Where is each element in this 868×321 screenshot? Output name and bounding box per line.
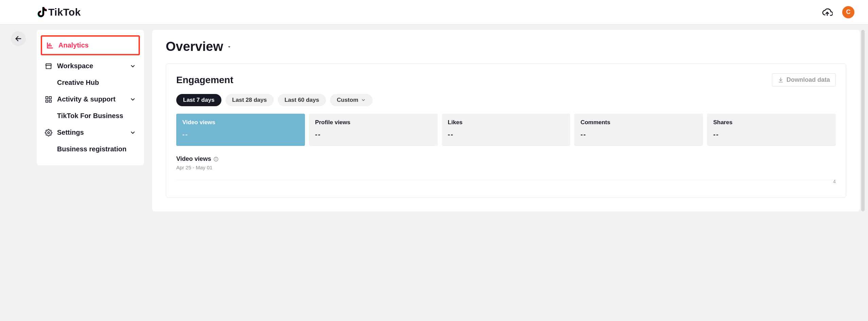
sidebar-label-business-registration: Business registration (57, 145, 127, 153)
scrollbar[interactable] (861, 30, 865, 211)
avatar-initial: C (846, 8, 851, 16)
chevron-down-icon (361, 98, 366, 102)
sidebar-item-settings[interactable]: Settings (41, 124, 140, 141)
cloud-upload-icon[interactable] (822, 7, 833, 18)
metric-tiles: Video views -- Profile views -- Likes --… (176, 114, 836, 146)
page-title: Overview (166, 39, 223, 54)
download-label: Download data (786, 76, 830, 83)
sidebar-item-activity-support[interactable]: Activity & support (41, 91, 140, 108)
selected-metric-label: Video views (176, 155, 211, 163)
metric-likes[interactable]: Likes -- (442, 114, 571, 146)
engagement-title: Engagement (176, 75, 233, 86)
sidebar-label-tiktok-for-business: TikTok For Business (57, 112, 123, 119)
metric-label: Likes (448, 119, 564, 126)
grid-icon (45, 96, 52, 103)
sidebar-label-workspace: Workspace (57, 62, 93, 70)
info-icon[interactable] (213, 156, 219, 162)
svg-rect-3 (46, 100, 48, 102)
chart-icon (46, 42, 54, 49)
back-button[interactable] (11, 31, 26, 46)
back-column (0, 30, 37, 46)
sidebar-label-creative-hub: Creative Hub (57, 79, 99, 86)
arrow-left-icon (15, 35, 22, 42)
chevron-down-icon (130, 63, 136, 69)
brand-logo[interactable]: TikTok (37, 6, 81, 18)
svg-rect-4 (49, 100, 51, 102)
metric-value: -- (448, 131, 564, 138)
svg-point-9 (216, 158, 216, 158)
svg-rect-1 (46, 96, 48, 98)
range-last-60-days[interactable]: Last 60 days (278, 94, 326, 106)
metric-value: -- (315, 131, 432, 138)
chevron-down-icon (130, 96, 136, 102)
chart-area: 4 (176, 180, 836, 188)
download-icon (778, 77, 784, 83)
range-custom[interactable]: Custom (330, 94, 373, 106)
gear-icon (45, 129, 52, 136)
range-last-7-days[interactable]: Last 7 days (176, 94, 221, 106)
topbar-right: C (822, 6, 854, 18)
sidebar-item-workspace[interactable]: Workspace (41, 57, 140, 75)
avatar[interactable]: C (842, 6, 854, 18)
main-content: Overview Engagement Download data (152, 30, 860, 211)
date-range-label: Apr 25 - May 01 (176, 165, 836, 170)
selected-metric-heading: Video views (176, 155, 836, 163)
top-bar: TikTok C (0, 0, 868, 24)
metric-shares[interactable]: Shares -- (707, 114, 836, 146)
storefront-icon (45, 62, 52, 70)
tiktok-logo-icon (37, 6, 47, 18)
sidebar-sub-business-registration[interactable]: Business registration (41, 141, 140, 157)
sidebar-sub-tiktok-for-business[interactable]: TikTok For Business (41, 108, 140, 124)
metric-value: -- (713, 131, 830, 138)
metric-value: -- (182, 131, 299, 138)
metric-value: -- (580, 131, 697, 138)
range-last-28-days[interactable]: Last 28 days (225, 94, 274, 106)
metric-comments[interactable]: Comments -- (574, 114, 703, 146)
main-layout: Analytics Workspace Creative Hub Activit… (0, 24, 868, 211)
metric-video-views[interactable]: Video views -- (176, 114, 305, 146)
sidebar-item-analytics[interactable]: Analytics (41, 35, 140, 55)
sidebar-label-activity-support: Activity & support (57, 95, 115, 103)
download-data-button[interactable]: Download data (772, 73, 836, 87)
metric-label: Comments (580, 119, 697, 126)
chart-y-axis-top: 4 (833, 179, 836, 184)
engagement-card: Engagement Download data Last 7 days Las… (166, 63, 846, 198)
date-range-pills: Last 7 days Last 28 days Last 60 days Cu… (176, 94, 836, 106)
sidebar-label-analytics: Analytics (58, 41, 89, 49)
chevron-down-icon (130, 130, 136, 136)
metric-label: Shares (713, 119, 830, 126)
svg-rect-2 (49, 96, 51, 98)
brand-name: TikTok (48, 6, 81, 18)
caret-down-icon (227, 44, 232, 50)
sidebar-label-settings: Settings (57, 129, 84, 136)
metric-profile-views[interactable]: Profile views -- (309, 114, 438, 146)
sidebar: Analytics Workspace Creative Hub Activit… (37, 30, 144, 165)
sidebar-sub-creative-hub[interactable]: Creative Hub (41, 75, 140, 91)
svg-point-5 (48, 132, 50, 134)
metric-label: Video views (182, 119, 299, 126)
page-title-row[interactable]: Overview (166, 39, 846, 54)
metric-label: Profile views (315, 119, 432, 126)
